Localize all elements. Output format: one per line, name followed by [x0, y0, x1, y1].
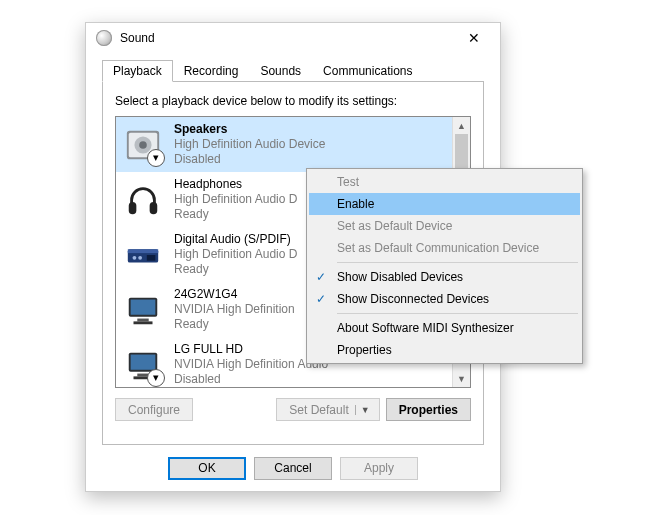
device-status: Disabled	[174, 372, 328, 387]
device-row[interactable]: ▾SpeakersHigh Definition Audio DeviceDis…	[116, 117, 452, 172]
menu-separator	[337, 313, 578, 314]
menu-item: Set as Default Communication Device	[309, 237, 580, 259]
check-icon: ✓	[316, 270, 326, 284]
menu-item-label: Set as Default Device	[337, 219, 452, 233]
arrow-down-icon: ▾	[147, 369, 165, 387]
close-button[interactable]: ✕	[454, 24, 494, 52]
tab-recording[interactable]: Recording	[173, 60, 250, 82]
device-subtitle: High Definition Audio Device	[174, 137, 325, 152]
arrow-down-icon: ▾	[147, 149, 165, 167]
titlebar: Sound ✕	[86, 23, 500, 53]
device-name: LG FULL HD	[174, 342, 328, 357]
menu-item-label: Set as Default Communication Device	[337, 241, 539, 255]
context-menu: TestEnableSet as Default DeviceSet as De…	[306, 168, 583, 364]
dialog-footer: OK Cancel Apply	[86, 445, 500, 491]
device-text: LG FULL HDNVIDIA High Definition AudioDi…	[174, 342, 328, 387]
tab-communications[interactable]: Communications	[312, 60, 423, 82]
svg-point-9	[138, 255, 142, 259]
device-icon	[124, 291, 162, 329]
cancel-button[interactable]: Cancel	[254, 457, 332, 480]
device-subtitle: NVIDIA High Definition Audio	[174, 357, 328, 372]
svg-rect-14	[134, 321, 153, 324]
svg-rect-10	[147, 255, 156, 261]
menu-item-label: Show Disabled Devices	[337, 270, 463, 284]
svg-rect-5	[150, 201, 158, 213]
check-icon: ✓	[316, 292, 326, 306]
svg-rect-16	[131, 354, 156, 369]
menu-separator	[337, 262, 578, 263]
device-status: Ready	[174, 317, 295, 332]
menu-item-label: Enable	[337, 197, 374, 211]
device-icon: ▾	[124, 346, 162, 384]
svg-rect-4	[129, 201, 137, 213]
set-default-label: Set Default	[289, 403, 348, 417]
chevron-down-icon: ▼	[355, 405, 375, 415]
device-text: SpeakersHigh Definition Audio DeviceDisa…	[174, 122, 325, 167]
menu-item: Test	[309, 171, 580, 193]
speaker-icon	[96, 30, 112, 46]
tab-sounds[interactable]: Sounds	[249, 60, 312, 82]
device-status: Disabled	[174, 152, 325, 167]
device-text: Digital Audio (S/PDIF)High Definition Au…	[174, 232, 297, 277]
device-subtitle: NVIDIA High Definition	[174, 302, 295, 317]
scroll-down-icon[interactable]: ▼	[453, 370, 470, 387]
device-text: HeadphonesHigh Definition Audio DReady	[174, 177, 297, 222]
device-icon	[124, 236, 162, 274]
apply-button[interactable]: Apply	[340, 457, 418, 480]
device-name: Digital Audio (S/PDIF)	[174, 232, 297, 247]
set-default-button[interactable]: Set Default ▼	[276, 398, 379, 421]
window-title: Sound	[120, 31, 454, 45]
device-text: 24G2W1G4NVIDIA High DefinitionReady	[174, 287, 295, 332]
svg-rect-13	[137, 318, 148, 321]
panel-button-row: Configure Set Default ▼ Properties	[115, 388, 471, 421]
menu-item: Set as Default Device	[309, 215, 580, 237]
properties-button[interactable]: Properties	[386, 398, 471, 421]
panel-hint: Select a playback device below to modify…	[115, 94, 471, 108]
menu-item[interactable]: ✓Show Disconnected Devices	[309, 288, 580, 310]
svg-point-3	[139, 141, 147, 149]
scroll-up-icon[interactable]: ▲	[453, 117, 470, 134]
menu-item-label: Test	[337, 175, 359, 189]
menu-item[interactable]: Properties	[309, 339, 580, 361]
menu-item-label: Show Disconnected Devices	[337, 292, 489, 306]
device-icon: ▾	[124, 126, 162, 164]
svg-rect-7	[128, 249, 158, 253]
svg-point-8	[133, 255, 137, 259]
configure-button[interactable]: Configure	[115, 398, 193, 421]
menu-item[interactable]: About Software MIDI Synthesizer	[309, 317, 580, 339]
device-name: 24G2W1G4	[174, 287, 295, 302]
device-name: Speakers	[174, 122, 325, 137]
menu-item[interactable]: Enable	[309, 193, 580, 215]
device-status: Ready	[174, 262, 297, 277]
device-subtitle: High Definition Audio D	[174, 247, 297, 262]
menu-item-label: About Software MIDI Synthesizer	[337, 321, 514, 335]
svg-rect-12	[131, 299, 156, 314]
device-icon	[124, 181, 162, 219]
ok-button[interactable]: OK	[168, 457, 246, 480]
device-name: Headphones	[174, 177, 297, 192]
menu-item-label: Properties	[337, 343, 392, 357]
tab-playback[interactable]: Playback	[102, 60, 173, 82]
device-subtitle: High Definition Audio D	[174, 192, 297, 207]
device-status: Ready	[174, 207, 297, 222]
menu-item[interactable]: ✓Show Disabled Devices	[309, 266, 580, 288]
tab-strip: PlaybackRecordingSoundsCommunications	[102, 57, 484, 81]
